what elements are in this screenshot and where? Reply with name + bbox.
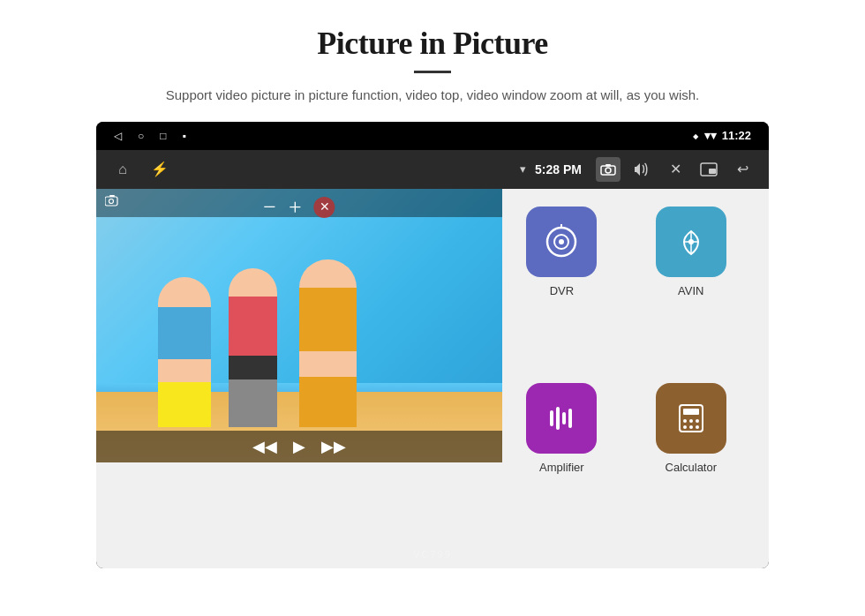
svg-rect-4: [709, 169, 716, 174]
app-item-avin[interactable]: AVIN: [631, 207, 751, 374]
pip-figures: [123, 251, 502, 427]
status-left: ◁ ○ □ ▪: [114, 130, 186, 142]
app-item-dvr[interactable]: DVR: [501, 207, 621, 374]
page-title: Picture in Picture: [53, 25, 812, 62]
avin-label: AVIN: [678, 284, 703, 297]
amplifier-icon: [526, 383, 597, 454]
watermark: VC799: [413, 549, 452, 560]
status-bar: ◁ ○ □ ▪ ⬥ ▾▾ 11:22: [96, 122, 769, 150]
svg-point-19: [689, 419, 693, 423]
wifi-icon: ▾▾: [704, 129, 717, 142]
svg-rect-26: [109, 195, 115, 197]
status-right: ⬥ ▾▾ 11:22: [692, 129, 751, 142]
figure-2: [229, 268, 277, 427]
svg-point-20: [696, 419, 699, 423]
header-section: Picture in Picture Support video picture…: [0, 0, 865, 122]
clock: 11:22: [722, 129, 751, 142]
avin-icon: [656, 207, 726, 277]
svg-rect-15: [568, 409, 572, 428]
pip-resize-controls[interactable]: − + ✕: [263, 194, 335, 221]
usb-icon: ⚡: [147, 157, 172, 182]
pip-video: − + ✕ ◀◀ ▶ ▶▶: [96, 189, 502, 462]
svg-point-11: [688, 239, 694, 244]
pip-play-btn[interactable]: ▶: [293, 437, 305, 456]
notification-icon: ▪: [183, 130, 186, 142]
svg-rect-14: [562, 412, 566, 424]
nav-left: ⌂ ⚡: [110, 157, 172, 182]
title-divider: [414, 71, 451, 73]
back-icon[interactable]: ↩: [730, 157, 755, 182]
nav-time: 5:28 PM: [535, 162, 582, 177]
calculator-label: Calculator: [666, 461, 718, 474]
home-icon[interactable]: ○: [138, 130, 144, 142]
svg-point-22: [689, 425, 693, 429]
nav-bar: ⌂ ⚡ ▾ 5:28 PM ✕: [96, 150, 769, 189]
pip-next-btn[interactable]: ▶▶: [321, 437, 346, 456]
svg-point-7: [559, 239, 564, 244]
camera-icon[interactable]: [596, 157, 621, 182]
volume-icon[interactable]: [629, 157, 654, 182]
svg-rect-17: [683, 409, 699, 415]
svg-rect-12: [550, 410, 553, 426]
pip-icon[interactable]: [696, 157, 721, 182]
home-nav-icon[interactable]: ⌂: [110, 157, 135, 182]
pip-prev-btn[interactable]: ◀◀: [252, 437, 277, 456]
svg-point-18: [683, 419, 687, 423]
recents-icon[interactable]: □: [160, 130, 166, 142]
nav-right: ▾ 5:28 PM ✕: [520, 157, 755, 182]
svg-rect-13: [556, 407, 560, 430]
figure-3: [299, 259, 357, 427]
calculator-icon: [656, 383, 726, 454]
main-area: N Netflix S SiriusXM ● Wheelkey Study: [96, 189, 769, 568]
app-item-amplifier[interactable]: Amplifier: [501, 383, 621, 551]
pip-overlay[interactable]: − + ✕ ◀◀ ▶ ▶▶: [96, 189, 502, 462]
pip-minus-btn[interactable]: −: [263, 194, 276, 221]
svg-rect-24: [105, 197, 117, 206]
back-nav-icon[interactable]: ◁: [114, 130, 122, 142]
svg-point-1: [606, 168, 611, 173]
dvr-label: DVR: [550, 284, 574, 297]
wifi-signal-icon: ▾: [520, 162, 526, 176]
svg-point-23: [696, 425, 699, 429]
svg-point-25: [109, 199, 114, 204]
app-item-calculator[interactable]: Calculator: [631, 383, 751, 551]
dvr-icon: [526, 207, 597, 277]
figure-1: [158, 277, 211, 427]
device-frame: ◁ ○ □ ▪ ⬥ ▾▾ 11:22 ⌂ ⚡ ▾ 5:28 PM: [96, 122, 769, 568]
pip-camera-icon: [105, 195, 119, 210]
pip-close-btn[interactable]: ✕: [314, 197, 335, 218]
pip-plus-btn[interactable]: +: [289, 194, 302, 221]
pip-controls-bottom[interactable]: ◀◀ ▶ ▶▶: [96, 431, 502, 462]
close-icon[interactable]: ✕: [663, 157, 688, 182]
page-subtitle: Support video picture in picture functio…: [53, 86, 812, 106]
amplifier-label: Amplifier: [539, 461, 584, 474]
svg-rect-2: [606, 164, 611, 167]
location-icon: ⬥: [692, 129, 699, 142]
svg-point-21: [683, 425, 687, 429]
